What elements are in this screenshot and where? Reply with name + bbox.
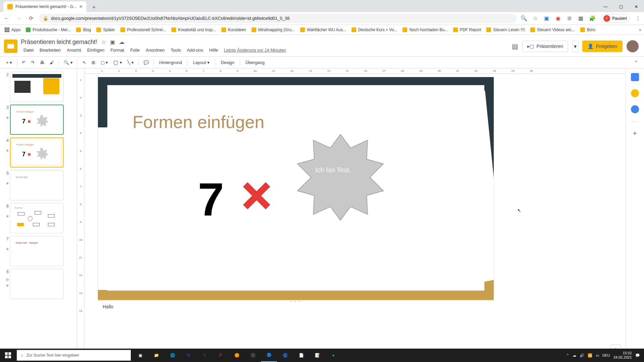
star-burst-shape[interactable] xyxy=(295,132,386,223)
bookmarks-overflow-icon[interactable]: » xyxy=(639,27,641,32)
bookmark-item[interactable]: Steuern Videos wic... xyxy=(528,26,577,34)
url-input[interactable]: 🔒 docs.google.com/presentation/d/1yV372S… xyxy=(39,14,517,23)
cloud-saved-icon[interactable]: ☁ xyxy=(119,39,124,45)
last-edit-link[interactable]: Letzte Änderung vor 14 Minuten xyxy=(221,46,289,54)
share-button[interactable]: 👤 Freigeben xyxy=(582,41,623,52)
slide-thumbnail[interactable] xyxy=(10,72,64,102)
back-button[interactable]: ← xyxy=(3,14,11,22)
bookmark-star-icon[interactable]: ☆ xyxy=(532,15,539,22)
language-indicator[interactable]: DEU xyxy=(602,353,610,357)
bookmark-item[interactable]: Blog xyxy=(74,26,93,34)
document-title[interactable]: Präsentieren leicht gemacht! xyxy=(21,39,97,46)
comments-icon[interactable]: ▤ xyxy=(512,42,518,50)
notes-resize-handle[interactable]: • • • xyxy=(98,300,494,303)
bookmark-item[interactable]: Kursideen xyxy=(219,26,248,34)
slide-thumbnail[interactable]: Formen einfügen 7 ✖ xyxy=(10,105,64,135)
menu-format[interactable]: Format xyxy=(108,46,127,54)
browser-menu-icon[interactable]: ⋮ xyxy=(635,15,641,22)
excel-icon[interactable]: X xyxy=(197,349,213,362)
powerpoint-icon[interactable]: P xyxy=(213,349,229,362)
new-slide-button[interactable]: + ▾ xyxy=(4,59,14,66)
slide-title-text[interactable]: Formen einfügen xyxy=(132,112,264,132)
app-icon-3[interactable]: 📄 xyxy=(293,349,309,362)
notepad-icon[interactable]: 📝 xyxy=(309,349,325,362)
clock[interactable]: 15:01 24.02.2021 xyxy=(613,351,632,360)
slide-thumbnail[interactable]: Ich bin Text. xyxy=(10,170,64,200)
obs-icon[interactable]: ⚫ xyxy=(245,349,261,362)
slide-big-number[interactable]: 7 xyxy=(198,172,224,227)
slides-logo-icon[interactable] xyxy=(4,40,17,53)
extension-icon[interactable]: ▣ xyxy=(543,15,550,22)
bookmark-item[interactable]: Deutsche Kurs + Vo... xyxy=(350,26,399,34)
onedrive-icon[interactable]: ☁ xyxy=(573,353,576,358)
slide-thumbnail-selected[interactable]: Formen einfügen 7 ✖ xyxy=(10,137,64,168)
battery-icon[interactable]: ▭ xyxy=(596,353,599,358)
print-button[interactable]: 🖶 xyxy=(38,59,46,66)
notifications-icon[interactable]: 💬 xyxy=(635,353,640,358)
spotify-icon[interactable]: ● xyxy=(325,349,341,362)
menu-addons[interactable]: Add-ons xyxy=(184,46,206,54)
forward-button[interactable]: → xyxy=(15,14,23,22)
bookmark-item[interactable]: PDF Report xyxy=(451,26,483,34)
slide-thumbnail[interactable]: Erste Folie – Beispiel xyxy=(10,236,64,266)
redo-button[interactable]: ↷ xyxy=(29,59,37,66)
close-window-button[interactable]: ✕ xyxy=(629,1,644,12)
menu-insert[interactable]: Einfügen xyxy=(85,46,107,54)
menu-edit[interactable]: Bearbeiten xyxy=(37,46,63,54)
shape-tool[interactable]: ◯ ▾ xyxy=(111,59,124,66)
menu-slide[interactable]: Folie xyxy=(127,46,142,54)
slide-thumbnail[interactable]: Mindmap xyxy=(10,203,64,233)
bookmark-item[interactable]: Steuern Lesen !!!! xyxy=(484,26,527,34)
comment-button[interactable]: 💬 xyxy=(142,59,151,66)
tab-close-icon[interactable]: ✕ xyxy=(79,4,83,9)
minimize-button[interactable]: — xyxy=(598,1,613,12)
extension-icon-3[interactable]: ⊘ xyxy=(566,15,573,22)
line-tool[interactable]: ╲ ▾ xyxy=(125,59,136,66)
tasks-icon[interactable] xyxy=(631,105,639,113)
star-icon[interactable]: ☆ xyxy=(101,39,106,45)
menu-file[interactable]: Datei xyxy=(21,46,36,54)
filmstrip[interactable]: 2 3 ◈ Formen einfügen 7 ✖ 4 ◈ xyxy=(0,68,77,349)
image-tool[interactable]: ▢ ▾ xyxy=(99,59,110,66)
select-tool[interactable]: ↖ xyxy=(80,59,88,66)
wifi-icon[interactable]: 📶 xyxy=(588,353,592,358)
bookmark-item[interactable]: Noch hochladen Bu... xyxy=(400,26,450,34)
collapse-toolbar-button[interactable]: ⌃ xyxy=(632,59,640,66)
speaker-notes[interactable]: Hallo xyxy=(98,303,494,313)
zoom-icon[interactable]: 🔍 xyxy=(521,15,527,22)
start-button[interactable] xyxy=(0,349,16,362)
extensions-puzzle-icon[interactable]: 🧩 xyxy=(589,15,596,22)
bookmark-item[interactable]: Produktsuche - Mer... xyxy=(24,26,73,34)
new-tab-button[interactable]: + xyxy=(89,3,99,12)
layout-button[interactable]: Layout ▾ xyxy=(191,59,213,66)
keep-icon[interactable] xyxy=(631,89,639,97)
zoom-button[interactable]: 🔍 ▾ xyxy=(62,59,75,66)
bookmark-item[interactable]: Mindmapping (Gru... xyxy=(250,26,297,34)
present-button[interactable]: ▸▢ Präsentieren xyxy=(522,41,568,52)
transition-button[interactable]: Übergang xyxy=(243,59,267,66)
profile-button[interactable]: T Pausiert xyxy=(600,14,630,23)
extension-icon-4[interactable]: ▦ xyxy=(578,15,584,22)
slide-canvas[interactable]: Formen einfügen 7 Ich bin Text. • • • Ha… xyxy=(85,74,625,349)
bookmark-item[interactable]: Professionell Schrei... xyxy=(118,26,168,34)
volume-icon[interactable]: 🔊 xyxy=(580,353,584,358)
design-button[interactable]: Design xyxy=(218,59,237,66)
task-view-button[interactable]: ▣ xyxy=(132,349,148,362)
red-cross-shape[interactable] xyxy=(241,181,272,211)
app-icon[interactable]: 🌐 xyxy=(164,349,180,362)
add-addon-button[interactable]: + xyxy=(633,130,637,137)
slide-thumbnail[interactable] xyxy=(10,269,64,299)
file-explorer-icon[interactable]: 📁 xyxy=(148,349,164,362)
menu-arrange[interactable]: Anordnen xyxy=(143,46,167,54)
chrome-icon[interactable]: 🔵 xyxy=(261,349,277,362)
extension-icon-2[interactable]: ◉ xyxy=(555,15,561,22)
slide[interactable]: Formen einfügen 7 Ich bin Text. xyxy=(98,77,494,300)
paint-format-button[interactable]: 🖌 xyxy=(48,59,56,66)
calendar-icon[interactable] xyxy=(631,73,639,81)
textbox-tool[interactable]: ⊞ xyxy=(90,59,97,66)
bookmark-item[interactable]: Später xyxy=(94,26,117,34)
menu-view[interactable]: Ansicht xyxy=(64,46,84,54)
menu-tools[interactable]: Tools xyxy=(168,46,183,54)
bookmark-item[interactable]: Büro xyxy=(578,26,597,34)
background-button[interactable]: Hintergrund xyxy=(157,59,185,66)
